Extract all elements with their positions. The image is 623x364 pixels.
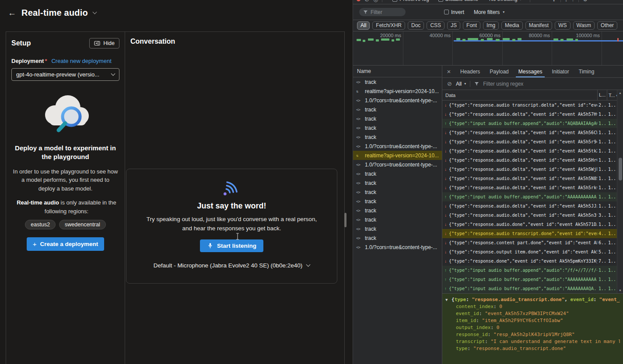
disable-cache-checkbox[interactable]: Disable cache [438, 0, 478, 2]
resource-filter-chip[interactable]: JS [447, 21, 460, 30]
scrollbar[interactable]: ▲ ▼ [617, 90, 623, 293]
preview-root-line[interactable]: ▼{type: "response.audio_transcript.done"… [445, 296, 620, 303]
tab-headers[interactable]: Headers [455, 66, 485, 77]
time-column-header[interactable]: T... ▲ [607, 90, 617, 100]
ws-message-row[interactable]: ↑{"type":"input_audio_buffer.append","au… [442, 266, 623, 275]
ws-message-row[interactable]: ↑{"type":"input_audio_buffer.append","au… [442, 284, 623, 293]
network-request-row[interactable]: <>1.0/?cors=true&content-type-... [353, 142, 442, 151]
tab-initiator[interactable]: Initiator [547, 66, 574, 77]
ws-message-row[interactable]: ↓{"type":"response.audio_transcript.delt… [442, 101, 623, 110]
record-icon[interactable] [357, 0, 360, 1]
tab-payload[interactable]: Payload [485, 66, 513, 77]
resource-filter-chip[interactable]: Doc [408, 21, 424, 30]
ws-message-row[interactable]: ↓{"type":"response.audio_transcript.done… [442, 229, 623, 238]
network-request-row[interactable]: <>track [353, 206, 442, 215]
tab-messages[interactable]: Messages [514, 66, 547, 77]
property-key: output_index [456, 325, 490, 330]
network-overview-timeline[interactable]: 20000 ms40000 ms60000 ms80000 ms100000 m… [353, 31, 623, 66]
ws-message-row[interactable]: ↓{"type":"response.audio.delta","event_i… [442, 137, 623, 146]
tab-timing[interactable]: Timing [574, 66, 599, 77]
message-type-filter[interactable]: All ▾ [456, 81, 466, 87]
resource-filter-chip[interactable]: Font [463, 21, 480, 30]
ws-message-row[interactable]: ↓{"type":"response.content_part.done","e… [442, 238, 623, 247]
export-icon[interactable]: ↑ [571, 0, 574, 3]
resource-filter-chip[interactable]: Other [597, 21, 617, 30]
network-request-row[interactable]: <>track [353, 197, 442, 206]
ws-message-row[interactable]: ↓{"type":"response.output_item.done","ev… [442, 247, 623, 257]
resource-filter-chip[interactable]: Wasm [573, 21, 595, 30]
network-request-row[interactable]: <>track [353, 215, 442, 224]
network-request-row[interactable]: <>track [353, 123, 442, 132]
scrollbar-thumb[interactable] [619, 158, 622, 180]
scroll-up-icon[interactable]: ▲ [617, 91, 623, 94]
network-request-row[interactable]: <>track [353, 178, 442, 187]
name-column-header[interactable]: Name [353, 66, 442, 77]
network-request-row[interactable]: ⇅realtime?api-version=2024-10... [353, 151, 442, 160]
network-request-row[interactable]: <>1.0/?cors=true&content-type-... [353, 160, 442, 169]
ws-message-row[interactable]: ↑{"type":"input_audio_buffer.append","au… [442, 119, 623, 128]
create-new-deployment-link[interactable]: Create new deployment [51, 58, 111, 64]
network-request-row[interactable]: <>1.0/?cors=true&content-type-... [353, 96, 442, 105]
preserve-log-checkbox[interactable]: Preserve log [392, 0, 429, 2]
back-button[interactable]: ← [8, 8, 16, 18]
import-icon[interactable]: ↓ [565, 0, 568, 3]
resource-filter-chip[interactable]: Manifest [525, 21, 552, 30]
close-detail-button[interactable]: × [442, 66, 455, 77]
resource-filter-chip[interactable]: Media [501, 21, 523, 30]
deployment-select[interactable]: gpt-4o-realtime-preview (versio... [11, 68, 119, 81]
ws-message-row[interactable]: ↓{"type":"response.audio.delta","event_i… [442, 165, 623, 174]
resource-filter-chip[interactable]: All [357, 21, 370, 30]
clear-icon[interactable]: ⊘ [364, 0, 369, 3]
resource-filter-chip[interactable]: Img [483, 21, 499, 30]
ws-message-row[interactable]: ↓{"type":"response.audio.delta","event_i… [442, 146, 623, 156]
divider [578, 0, 579, 2]
data-column-header[interactable]: Data [442, 93, 597, 98]
network-request-row[interactable]: <>track [353, 233, 442, 243]
clear-messages-icon[interactable]: ⊘ [447, 80, 452, 87]
create-deployment-button[interactable]: + Create a deployment [27, 237, 105, 251]
network-request-row[interactable]: <>track [353, 224, 442, 233]
scroll-down-icon[interactable]: ▼ [617, 289, 623, 292]
network-request-row[interactable]: <>track [353, 132, 442, 142]
ws-message-row[interactable]: ↓{"type":"response.audio.delta","event_i… [442, 110, 623, 119]
network-request-row[interactable]: ⇅realtime?api-version=2024-10... [353, 87, 442, 96]
ws-message-row[interactable]: ↓{"type":"response.audio.delta","event_i… [442, 174, 623, 183]
search-icon[interactable]: ◎ [373, 0, 378, 3]
ws-message-row[interactable]: ↓{"type":"response.audio.delta","event_i… [442, 183, 623, 192]
network-filter-input[interactable]: Filter [359, 8, 406, 16]
ws-message-row[interactable]: ↓{"type":"response.done","event_id":"eve… [442, 257, 623, 266]
start-listening-button[interactable]: Start listening [200, 239, 263, 252]
resource-filter-chip[interactable]: Fetch/XHR [372, 21, 405, 30]
ws-message-row[interactable]: ↓{"type":"response.audio.done","event_id… [442, 220, 623, 229]
length-column-header[interactable]: L... [597, 90, 607, 100]
network-request-row[interactable]: <>track [353, 114, 442, 123]
network-request-row[interactable]: <>track [353, 187, 442, 197]
scrollbar-thumb[interactable] [344, 213, 346, 227]
microphone-selector[interactable]: Default - Microphone (Jabra Evolve2 40 S… [154, 262, 310, 269]
more-filters-button[interactable]: More filters ▾ [474, 9, 504, 15]
request-name: realtime?api-version=2024-10... [365, 88, 439, 94]
network-request-row[interactable]: <>track [353, 105, 442, 114]
error-activity-bar [617, 38, 619, 42]
expander-icon[interactable]: ▼ [445, 296, 452, 303]
hide-setup-button[interactable]: Hide [89, 38, 119, 49]
network-request-row[interactable]: <>track [353, 169, 442, 178]
network-request-row[interactable]: <>1.0/?cors=true&content-type-... [353, 243, 442, 252]
ws-message-row[interactable]: ↓{"type":"response.audio.delta","event_i… [442, 156, 623, 165]
ws-message-row[interactable]: ↑{"type":"input_audio_buffer.append","au… [442, 192, 623, 201]
network-conditions-icon[interactable]: ✣ [552, 0, 556, 3]
ws-message-row[interactable]: ↓{"type":"response.audio.delta","event_i… [442, 201, 623, 211]
regex-filter-placeholder[interactable]: Filter using regex [483, 81, 523, 87]
ws-message-row[interactable]: ↓{"type":"response.audio.delta","event_i… [442, 211, 623, 220]
network-request-row[interactable]: <>track [353, 77, 442, 87]
invert-checkbox[interactable]: Invert [444, 9, 464, 15]
request-name: track [365, 79, 376, 85]
settings-gear-icon[interactable]: ⚙ [583, 0, 588, 3]
ws-message-row[interactable]: ↓{"type":"response.audio.delta","event_i… [442, 128, 623, 137]
ws-message-row[interactable]: ↑{"type":"input_audio_buffer.append","au… [442, 275, 623, 284]
sound-wave-icon [220, 176, 243, 198]
chevron-down-icon[interactable] [92, 10, 97, 14]
throttling-select[interactable]: No throttling ▾ [489, 0, 522, 2]
resource-filter-chip[interactable]: WS [555, 21, 570, 30]
resource-filter-chip[interactable]: CSS [427, 21, 444, 30]
